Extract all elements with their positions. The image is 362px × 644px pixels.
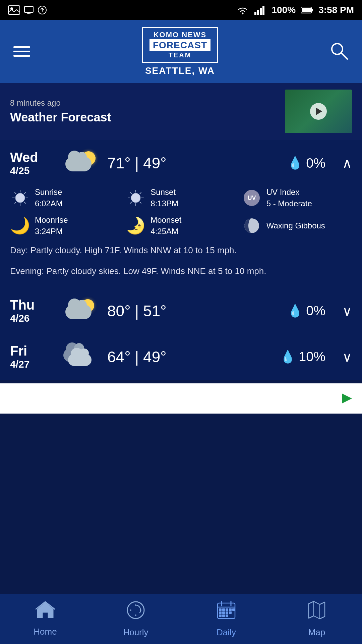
sunset-icon xyxy=(126,188,146,208)
sunset-text: Sunset 8:13PM xyxy=(150,186,178,209)
svg-rect-0 xyxy=(8,6,20,14)
map-svg-icon xyxy=(307,600,326,620)
location-label: SEATTLE, WA xyxy=(145,65,215,76)
wifi-icon xyxy=(236,5,249,15)
temps-thu: 80° | 51° xyxy=(107,302,278,320)
news-thumbnail[interactable] xyxy=(285,90,352,133)
svg-rect-46 xyxy=(219,608,222,611)
precip-thu: 💧 0% xyxy=(288,303,325,318)
crescent-moon2-icon: 🌛 xyxy=(126,216,146,235)
daily-icon xyxy=(217,600,236,624)
logo-forecast: FORECAST xyxy=(149,39,210,51)
uv-text: UV Index 5 - Moderate xyxy=(266,186,312,209)
moonrise-item: 🌙 Moonrise 3:24PM xyxy=(10,214,120,237)
moonrise-icon: 🌙 xyxy=(10,216,30,236)
svg-text:UV: UV xyxy=(247,195,256,201)
temps-fri: 64° | 49° xyxy=(107,348,270,366)
nav-daily[interactable]: Daily xyxy=(193,600,260,638)
evening-forecast-text: Evening: Partly cloudy skies. Low 49F. W… xyxy=(10,264,352,278)
svg-point-37 xyxy=(127,602,144,619)
news-text: 8 minutes ago Weather Forecast xyxy=(10,98,285,124)
home-icon xyxy=(36,601,55,623)
weather-day-header-thu[interactable]: Thu 4/26 80° | 51° 💧 0% xyxy=(10,298,352,324)
svg-rect-10 xyxy=(262,6,264,15)
nav-hourly[interactable]: Hourly xyxy=(102,600,169,638)
hourly-icon xyxy=(126,600,145,624)
bottom-nav: Home Hourly xyxy=(0,594,362,644)
temps-wed: 71° | 49° xyxy=(107,154,278,172)
svg-rect-55 xyxy=(219,614,222,617)
svg-line-33 xyxy=(130,202,132,203)
uv-badge-icon: UV xyxy=(243,189,261,207)
status-bar: 100% 3:58 PM xyxy=(0,0,362,20)
weather-icon-wed xyxy=(60,150,97,176)
time-display: 3:58 PM xyxy=(318,5,354,15)
search-icon xyxy=(330,42,349,60)
status-icons xyxy=(8,5,47,15)
svg-rect-51 xyxy=(219,611,222,614)
sunset-rays-icon xyxy=(127,189,145,207)
play-button[interactable] xyxy=(310,103,327,120)
calendar-svg-icon xyxy=(217,600,236,620)
home-svg-icon xyxy=(36,601,55,619)
svg-rect-2 xyxy=(24,6,33,12)
expand-button-fri[interactable]: ∨ xyxy=(342,349,352,365)
svg-rect-48 xyxy=(226,608,228,611)
image-icon xyxy=(8,5,20,15)
svg-rect-13 xyxy=(302,8,311,12)
svg-line-32 xyxy=(140,193,141,194)
nav-home[interactable]: Home xyxy=(12,601,79,637)
menu-button[interactable] xyxy=(13,46,30,57)
weather-icon-thu xyxy=(60,298,97,324)
search-button[interactable] xyxy=(330,42,349,62)
moonset-item: 🌛 Moonset 4:25AM xyxy=(126,214,236,237)
hourly-label: Hourly xyxy=(123,627,148,638)
news-time: 8 minutes ago xyxy=(10,98,285,108)
svg-rect-8 xyxy=(257,10,259,15)
waxing-gibbous-icon xyxy=(243,217,261,235)
collapse-button-wed[interactable]: ∧ xyxy=(342,155,352,171)
logo-box: KOMO NEWS FORECAST TEAM xyxy=(142,27,218,63)
sunrise-item: Sunrise 6:02AM xyxy=(10,186,120,209)
news-section[interactable]: 8 minutes ago Weather Forecast xyxy=(0,83,362,140)
weather-day-header-fri[interactable]: Fri 4/27 64° | 49° xyxy=(10,343,352,370)
uv-icon: UV xyxy=(242,188,262,208)
weather-day-fri: Fri 4/27 64° | 49° xyxy=(0,334,362,380)
battery-text: 100% xyxy=(272,5,296,15)
day-label-fri: Fri 4/27 xyxy=(10,343,50,370)
logo-team: TEAM xyxy=(149,51,210,59)
moonrise-text: Moonrise 3:24PM xyxy=(35,214,68,237)
clock-svg-icon xyxy=(126,600,145,620)
svg-rect-7 xyxy=(254,12,256,15)
sunrise-text: Sunrise 6:02AM xyxy=(35,186,63,209)
sun-moon-grid: Sunrise 6:02AM xyxy=(10,186,352,237)
moon-phase-item: Waxing Gibbous xyxy=(242,214,352,237)
signal-icon xyxy=(254,5,266,15)
ad-banner xyxy=(0,383,362,414)
day-details-wed: Sunrise 6:02AM xyxy=(10,183,352,278)
sun-rays-icon xyxy=(11,189,29,207)
uv-index-item: UV UV Index 5 - Moderate xyxy=(242,186,352,209)
map-label: Map xyxy=(308,627,325,638)
brand-name: KOMO NEWS xyxy=(149,31,210,39)
svg-rect-56 xyxy=(222,614,225,617)
svg-line-22 xyxy=(24,202,25,203)
svg-rect-49 xyxy=(229,608,232,611)
battery-icon xyxy=(301,6,313,14)
svg-point-6 xyxy=(242,13,243,14)
expand-button-thu[interactable]: ∨ xyxy=(342,303,352,319)
svg-point-25 xyxy=(131,193,140,203)
map-icon xyxy=(307,600,326,624)
svg-line-21 xyxy=(15,193,16,194)
svg-line-24 xyxy=(15,202,16,203)
status-right: 100% 3:58 PM xyxy=(236,5,354,15)
nav-map[interactable]: Map xyxy=(283,600,350,638)
svg-rect-52 xyxy=(222,611,225,614)
svg-point-39 xyxy=(135,614,136,616)
day-label-wed: Wed 4/25 xyxy=(10,150,50,176)
moonset-icon: 🌛 xyxy=(126,216,146,236)
weather-day-header-wed[interactable]: Wed 4/25 71° | 49° xyxy=(10,150,352,176)
weather-icon-fri xyxy=(60,343,97,370)
svg-rect-12 xyxy=(311,9,313,11)
home-label: Home xyxy=(34,627,57,637)
